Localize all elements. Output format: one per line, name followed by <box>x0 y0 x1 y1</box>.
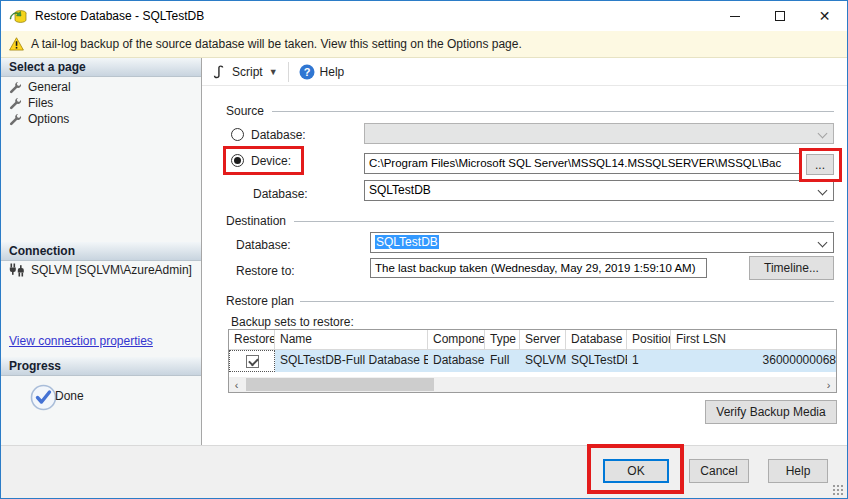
sidebar-item-label: Options <box>28 112 69 126</box>
source-database-radio[interactable] <box>231 128 244 141</box>
source-database-combo <box>364 123 834 144</box>
timeline-button[interactable]: Timeline... <box>749 256 834 280</box>
dialog-toolbar: Script ▼ ? Help <box>202 58 847 86</box>
done-check-icon <box>30 384 57 411</box>
ok-button[interactable]: OK <box>603 459 669 483</box>
restore-to-label: Restore to: <box>236 264 295 278</box>
select-a-page-header: Select a page <box>1 58 201 77</box>
maximize-icon <box>775 11 785 21</box>
help-toolbar-button[interactable]: ? Help <box>295 60 349 84</box>
browse-button[interactable]: ... <box>806 154 834 175</box>
table-horizontal-scrollbar[interactable]: ‹ › <box>229 377 836 392</box>
source-database-value-combo[interactable]: SQLTestDB <box>364 180 834 201</box>
chevron-down-icon <box>818 238 828 248</box>
cell-server: SQLVM <box>520 350 566 372</box>
column-header-server[interactable]: Server <box>520 330 566 349</box>
sidebar-item-options[interactable]: Options <box>9 112 69 126</box>
source-database-value: SQLTestDB <box>369 183 431 197</box>
cell-position: 1 <box>627 350 671 372</box>
sidebar-item-label: General <box>28 80 71 94</box>
column-header-first-lsn[interactable]: First LSN <box>671 330 836 349</box>
svg-text:?: ? <box>303 66 310 78</box>
column-header-component[interactable]: Component <box>428 330 485 349</box>
column-header-restore[interactable]: Restore <box>229 330 275 349</box>
sidebar-item-general[interactable]: General <box>9 80 71 94</box>
window-title: Restore Database - SQLTestDB <box>35 9 712 23</box>
restore-checkbox[interactable] <box>246 355 259 368</box>
warning-text: A tail-log backup of the source database… <box>31 37 522 51</box>
sidebar-item-files[interactable]: Files <box>9 96 53 110</box>
view-connection-properties-link[interactable]: View connection properties <box>9 334 153 348</box>
restore-plan-group-line <box>300 301 834 302</box>
destination-database-label: Database: <box>236 238 291 252</box>
backup-sets-label: Backup sets to restore: <box>231 315 354 329</box>
column-header-name[interactable]: Name <box>275 330 428 349</box>
close-button[interactable]: ✕ <box>802 1 847 31</box>
script-icon <box>211 64 226 79</box>
source-database2-label: Database: <box>253 187 308 201</box>
cell-first-lsn: 36000000068 <box>671 350 836 372</box>
cancel-button[interactable]: Cancel <box>689 459 749 483</box>
restore-to-field[interactable]: The last backup taken (Wednesday, May 29… <box>370 258 707 278</box>
destination-database-value: SQLTestDB <box>375 235 439 249</box>
source-database-radio-label: Database: <box>251 128 306 142</box>
warning-icon <box>9 37 24 51</box>
destination-group-title: Destination <box>226 214 292 228</box>
progress-status: Done <box>55 389 84 403</box>
cell-component: Database <box>428 350 485 372</box>
footer-bar: OK Cancel Help <box>1 445 847 499</box>
destination-group-line <box>294 221 834 222</box>
script-dropdown-icon: ▼ <box>269 67 278 77</box>
column-header-type[interactable]: Type <box>485 330 520 349</box>
connection-server: SQLVM [SQLVM\AzureAdmin] <box>9 263 192 277</box>
cell-database: SQLTestDB <box>566 350 627 372</box>
restore-checkbox-cell <box>229 350 275 372</box>
connection-header: Connection <box>1 242 201 261</box>
restore-database-dialog: Restore Database - SQLTestDB ✕ A tail-lo… <box>0 0 848 499</box>
progress-header: Progress <box>1 357 201 376</box>
table-row[interactable]: SQLTestDB-Full Database Backup Database … <box>229 350 836 372</box>
help-icon: ? <box>299 64 315 80</box>
wrench-icon <box>9 113 22 126</box>
destination-database-combo[interactable]: SQLTestDB <box>370 232 834 253</box>
sidebar-item-label: Files <box>28 96 53 110</box>
restore-plan-group-title: Restore plan <box>226 294 300 308</box>
help-button[interactable]: Help <box>768 459 828 483</box>
minimize-icon <box>730 16 740 17</box>
close-icon: ✕ <box>819 9 831 23</box>
source-group-line <box>272 111 834 112</box>
column-header-database[interactable]: Database <box>566 330 627 349</box>
wrench-icon <box>9 81 22 94</box>
source-device-radio-label: Device: <box>251 154 291 168</box>
scroll-left-icon[interactable]: ‹ <box>229 377 244 392</box>
toolbar-separator <box>288 62 289 82</box>
connection-plug-icon <box>9 263 25 277</box>
wrench-icon <box>9 97 22 110</box>
table-header-row: Restore Name Component Type Server Datab… <box>229 330 836 350</box>
main-panel: Script ▼ ? Help Source Database: Device:… <box>202 58 847 445</box>
column-header-position[interactable]: Position <box>627 330 671 349</box>
script-button[interactable]: Script ▼ <box>207 60 282 84</box>
cell-type: Full <box>485 350 520 372</box>
chevron-down-icon <box>818 129 828 139</box>
chevron-down-icon <box>818 186 828 196</box>
backup-sets-table: Restore Name Component Type Server Datab… <box>228 329 837 393</box>
device-path-field[interactable]: C:\Program Files\Microsoft SQL Server\MS… <box>364 153 801 174</box>
cell-name: SQLTestDB-Full Database Backup <box>275 350 428 372</box>
maximize-button[interactable] <box>757 1 802 31</box>
script-button-label: Script <box>232 65 263 79</box>
sidebar: Select a page General Files Options Conn… <box>1 58 202 445</box>
help-button-label: Help <box>320 65 345 79</box>
verify-backup-media-button[interactable]: Verify Backup Media <box>705 400 837 424</box>
scrollbar-thumb[interactable] <box>246 378 434 391</box>
tail-log-warning-banner: A tail-log backup of the source database… <box>1 31 847 58</box>
scroll-right-icon[interactable]: › <box>821 377 836 392</box>
title-bar: Restore Database - SQLTestDB ✕ <box>1 1 847 31</box>
minimize-button[interactable] <box>712 1 757 31</box>
connection-server-label: SQLVM [SQLVM\AzureAdmin] <box>31 263 192 277</box>
source-group-title: Source <box>226 104 270 118</box>
resize-grip[interactable] <box>832 484 843 495</box>
source-device-radio[interactable] <box>231 154 244 167</box>
restore-database-icon <box>9 7 27 25</box>
